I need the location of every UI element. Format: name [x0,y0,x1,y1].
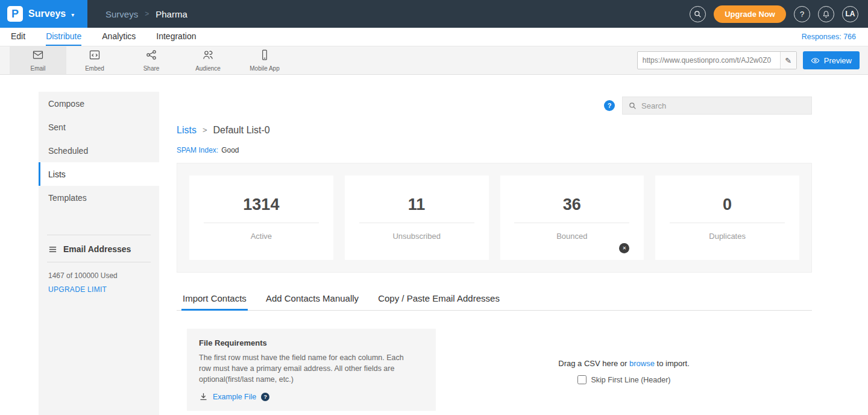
example-file-help-icon[interactable]: ? [261,393,269,401]
import-contacts-content: File Requirements The first row must hav… [177,329,812,411]
toolbar-label: Audience [195,65,221,72]
drop-text-after: to import. [655,359,690,368]
eye-icon [811,56,820,65]
stat-label: Active [251,232,272,241]
file-requirements-body: The first row must have the field name f… [199,352,416,385]
toolbar-item-audience[interactable]: Audience [180,46,236,74]
lists-panel: ? Lists > Default List-0 SPAM Index:Good… [177,92,812,411]
tab-edit[interactable]: Edit [11,28,25,46]
contacts-search-box [622,97,812,115]
stat-card-active[interactable]: 1314 Active [189,176,333,260]
toolbar-item-share[interactable]: Share [123,46,180,74]
stat-label: Bounced [556,232,587,241]
preview-label: Preview [824,56,852,65]
search-row: ? [177,97,812,115]
toolbar-label: Mobile App [250,65,279,72]
avatar[interactable]: LA [842,6,858,22]
lists-breadcrumb: Lists > Default List-0 [177,124,812,136]
skip-first-line-checkbox[interactable] [577,375,587,384]
content-area: Compose Sent Scheduled Lists Templates E… [0,75,868,415]
email-addresses-header[interactable]: Email Addresses [47,235,151,262]
questionpro-logo-icon: P [7,6,23,22]
tab-distribute[interactable]: Distribute [46,28,81,46]
spam-index-row: SPAM Index:Good [177,146,812,154]
csv-drop-area[interactable]: Drag a CSV here or browse to import. Ski… [436,329,812,384]
breadcrumb-surveys-link[interactable]: Surveys [105,9,138,19]
survey-url-field: ✎ [637,51,797,69]
stat-card-duplicates[interactable]: 0 Duplicates [655,176,799,260]
breadcrumb-separator-icon: > [203,124,207,136]
chevron-down-icon: ▾ [71,11,74,18]
sidebar-item-lists[interactable]: Lists [39,162,159,186]
contacts-search-input[interactable] [641,101,805,110]
stat-label: Unsubscribed [392,232,441,241]
upgrade-now-button[interactable]: Upgrade Now [714,5,786,23]
stat-value: 1314 [243,195,279,214]
toolbar-label: Share [143,65,160,72]
stat-divider [359,223,474,223]
edit-url-pencil-icon[interactable]: ✎ [780,52,796,69]
spam-index-value: Good [221,146,239,154]
breadcrumb-separator-icon: > [145,10,149,18]
tab-copy-paste-email-addresses[interactable]: Copy / Paste Email Addresses [377,288,501,311]
contacts-tabs: Import Contacts Add Contacts Manually Co… [177,288,812,311]
file-requirements-box: File Requirements The first row must hav… [187,329,436,411]
sidebar-item-compose[interactable]: Compose [39,92,159,115]
drop-instructions: Drag a CSV here or browse to import. [558,359,690,368]
stat-card-unsubscribed[interactable]: 11 Unsubscribed [345,176,489,260]
sidebar-item-sent[interactable]: Sent [39,115,159,139]
download-icon[interactable] [199,392,208,401]
list-stats: 1314 Active 11 Unsubscribed 36 Bounced ✕… [177,163,812,273]
breadcrumb: Surveys > Pharma [105,9,187,19]
email-addresses-title: Email Addresses [63,244,131,254]
mobile-app-icon [259,49,271,63]
example-file-link[interactable]: Example File [213,393,256,401]
stat-value: 0 [723,195,732,214]
tab-integration[interactable]: Integration [156,28,196,46]
sidebar-item-templates[interactable]: Templates [39,186,159,209]
email-usage-text: 1467 of 100000 Used [47,262,151,280]
top-bar: P Surveys ▾ Surveys > Pharma Upgrade Now… [0,0,868,28]
search-icon [629,102,637,110]
skip-first-line-row: Skip First Line (Header) [577,375,671,384]
stat-card-bounced[interactable]: 36 Bounced ✕ [500,176,644,260]
upgrade-limit-link[interactable]: UPGRADE LIMIT [47,280,151,294]
toolbar-item-email[interactable]: Email [10,46,66,74]
browse-link[interactable]: browse [629,359,655,368]
email-icon [32,49,44,63]
distribute-toolbar: Email Embed Share Audience Mobile App [0,46,868,75]
stat-divider [670,223,785,223]
preview-button[interactable]: Preview [803,51,860,69]
lists-breadcrumb-link[interactable]: Lists [177,124,197,136]
tab-analytics[interactable]: Analytics [102,28,136,46]
survey-nav-tabs: Edit Distribute Analytics Integration Re… [0,28,868,46]
toolbar-item-mobile-app[interactable]: Mobile App [236,46,293,74]
tab-add-contacts-manually[interactable]: Add Contacts Manually [265,288,360,311]
clear-bounced-icon[interactable]: ✕ [619,243,629,253]
current-list-name: Default List-0 [213,124,270,136]
panel-help-icon[interactable]: ? [604,100,615,111]
drop-text-before: Drag a CSV here or [558,359,629,368]
stat-divider [204,223,319,223]
notifications-bell-icon[interactable] [818,6,834,22]
toolbar-label: Email [30,65,45,72]
stat-value: 36 [563,195,581,214]
product-switcher[interactable]: P Surveys ▾ [0,0,87,28]
share-icon [145,49,157,63]
sidebar-item-scheduled[interactable]: Scheduled [39,139,159,162]
stat-value: 11 [408,195,426,214]
toolbar-label: Embed [85,65,104,72]
responses-count-link[interactable]: Responses: 766 [802,33,856,41]
audience-icon [202,49,214,63]
stat-divider [514,223,629,223]
email-sidebar: Compose Sent Scheduled Lists Templates E… [39,92,159,415]
email-addresses-section: Email Addresses 1467 of 100000 Used UPGR… [47,235,151,294]
tab-import-contacts[interactable]: Import Contacts [181,288,248,311]
help-icon[interactable]: ? [794,6,810,22]
product-name: Surveys [28,8,66,19]
search-icon[interactable] [690,6,706,22]
survey-url-input[interactable] [638,56,780,65]
file-requirements-title: File Requirements [199,338,424,347]
list-icon [48,245,57,254]
toolbar-item-embed[interactable]: Embed [66,46,123,74]
